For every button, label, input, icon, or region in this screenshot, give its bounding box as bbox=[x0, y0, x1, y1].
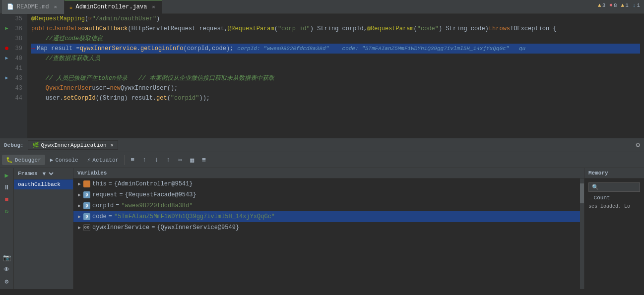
left-toolbar: ▶ ⏸ ■ ↻ 📷 👁 ⚙ bbox=[0, 168, 14, 289]
var-code[interactable]: ▶ p code = "5TmFAIanZ5MmF1WDYh1Q39gg7ivl… bbox=[73, 211, 580, 222]
left-btn-rerun[interactable]: ↻ bbox=[1, 206, 12, 217]
memory-content: 🔍 … Count ses loaded. Lo bbox=[584, 178, 644, 289]
tab-admincontroller-label: AdminController.java bbox=[75, 3, 147, 10]
ln-44: 44 bbox=[4, 93, 23, 103]
tab-admincontroller-close[interactable]: ✕ bbox=[150, 3, 157, 10]
toolbar-btn-step-out[interactable]: ↑ bbox=[163, 155, 174, 166]
var-this[interactable]: ▶ this = {AdminController@9541} bbox=[73, 178, 580, 189]
frames-title: Frames bbox=[18, 171, 38, 177]
console-label: Console bbox=[55, 157, 78, 163]
left-btn-camera[interactable]: 📷 bbox=[1, 252, 12, 263]
var-service-expand[interactable]: ▶ bbox=[75, 224, 83, 232]
error-icon: ✖ bbox=[609, 2, 613, 8]
toolbar-btn-more[interactable]: ≣ bbox=[198, 155, 209, 166]
java-icon: ☕ bbox=[69, 4, 73, 10]
debug-toolbar: 🐛 Debugger ▶ Console ⚡ Actuator ≡ ↑ ↑ ↑ … bbox=[0, 152, 644, 168]
ln-39: ● 39 bbox=[4, 44, 23, 54]
code-line-36: public JsonData oauthCallback(HttpServle… bbox=[31, 24, 640, 34]
var-request-expand[interactable]: ▶ bbox=[75, 191, 83, 199]
var-corpid-type-icon: p bbox=[83, 202, 90, 209]
toolbar-btn-run-to-cursor[interactable]: ✂ bbox=[175, 155, 186, 166]
toolbar-btn-settings[interactable]: ≡ bbox=[127, 155, 138, 166]
memory-loaded-text: ses loaded. Lo bbox=[588, 204, 640, 209]
warning-num-4: 1 bbox=[637, 2, 640, 8]
variables-title: Variables bbox=[77, 170, 107, 176]
memory-search-icon: 🔍 bbox=[592, 184, 599, 190]
ln-43b: 43 bbox=[4, 83, 23, 93]
warnings-bar: ▲ 3 ✖ 8 ▲ 1 ↓ 1 bbox=[598, 2, 640, 8]
memory-search-input[interactable] bbox=[601, 184, 641, 190]
debug-app-close[interactable]: ✕ bbox=[111, 142, 114, 148]
breakpoint-icon[interactable]: ● bbox=[4, 45, 9, 52]
tab-actuator[interactable]: ⚡ Actuator bbox=[83, 155, 123, 165]
left-btn-stop[interactable]: ■ bbox=[1, 194, 12, 205]
tab-debugger[interactable]: 🐛 Debugger bbox=[2, 155, 45, 165]
line-numbers: 35 ▶ 36 38 ● 39 ▶ 40 41 ▶ 43 43 44 bbox=[0, 14, 27, 138]
memory-header: Memory bbox=[584, 168, 644, 178]
expand-icon-43: ▶ bbox=[4, 75, 9, 82]
debug-app-name: QywxInnerApplication bbox=[41, 142, 107, 148]
warning-count-1: ▲ 3 bbox=[598, 2, 605, 8]
run-icon: ▶ bbox=[4, 25, 9, 32]
left-btn-eye[interactable]: 👁 bbox=[1, 264, 12, 275]
settings-icon[interactable]: ⚙ bbox=[636, 141, 640, 149]
code-line-35: @RequestMapping(☞"/admin/oauthUser") bbox=[31, 14, 640, 24]
code-line-44: user.setCorpId((String) result.get("corp… bbox=[31, 93, 640, 103]
var-request-type-icon: p bbox=[83, 191, 90, 198]
var-code-type-icon: p bbox=[83, 213, 90, 220]
var-service-type-icon: oo bbox=[83, 224, 90, 231]
frame-item-oauthcallback[interactable]: oauthCallback bbox=[14, 179, 73, 189]
frames-content: oauthCallback bbox=[14, 179, 73, 289]
left-btn-resume[interactable]: ▶ bbox=[1, 170, 12, 181]
left-btn-settings2[interactable]: ⚙ bbox=[1, 276, 12, 287]
var-code-expand[interactable]: ▶ bbox=[75, 213, 83, 221]
var-request[interactable]: ▶ p request = {RequestFacade@9543} bbox=[73, 189, 580, 200]
var-this-expand[interactable]: ▶ bbox=[75, 180, 83, 188]
console-icon: ▶ bbox=[50, 157, 54, 163]
spring-icon: 🌿 bbox=[32, 142, 39, 148]
debugger-label: Debugger bbox=[15, 157, 41, 163]
variables-header: Variables bbox=[73, 168, 584, 178]
code-line-38: //通过code获取信息 bbox=[31, 34, 640, 44]
var-corpid[interactable]: ▶ p corpId = "wwea98220fdcd8a38d" bbox=[73, 200, 580, 211]
code-line-43a: // 人员已恢破产生token登录 // 本案例仅从企业微信接口获取未从数据表中… bbox=[31, 73, 640, 83]
debugger-icon: 🐛 bbox=[6, 157, 13, 163]
tab-readme[interactable]: 📄 README.md ✕ bbox=[2, 0, 64, 14]
frames-filter-select[interactable]: ▼ bbox=[40, 170, 55, 177]
memory-search-bar[interactable]: 🔍 bbox=[588, 182, 640, 192]
warning-num-1: 3 bbox=[602, 2, 606, 8]
code-line-40: //查数据库获取人员 bbox=[31, 54, 640, 63]
actuator-label: Actuator bbox=[92, 157, 119, 163]
left-btn-pause[interactable]: ⏸ bbox=[1, 182, 12, 193]
frames-header: Frames ▼ bbox=[14, 168, 73, 179]
toolbar-sep-1 bbox=[125, 155, 125, 165]
debug-panel: Debug: 🌿 QywxInnerApplication ✕ ⚙ 🐛 Debu… bbox=[0, 138, 644, 289]
warning-count-3: ▲ 1 bbox=[621, 2, 629, 8]
toolbar-btn-step-over[interactable]: ↑ bbox=[139, 155, 150, 166]
info-icon: ↓ bbox=[633, 2, 636, 8]
actuator-icon: ⚡ bbox=[87, 157, 91, 163]
variables-scroll-thumb bbox=[580, 183, 584, 203]
frames-panel: Frames ▼ oauthCallback bbox=[14, 168, 73, 289]
toolbar-btn-step-into[interactable]: ↑ bbox=[151, 155, 162, 166]
tab-admincontroller[interactable]: ☕ AdminController.java ✕ bbox=[64, 0, 163, 14]
ln-35: 35 bbox=[4, 14, 23, 24]
debug-app-tab[interactable]: 🌿 QywxInnerApplication ✕ bbox=[28, 140, 118, 150]
expand-icon-40: ▶ bbox=[4, 55, 9, 62]
code-line-43b: QywxInnerUser user = new QywxInnerUser()… bbox=[31, 83, 640, 93]
tab-readme-close[interactable]: ✕ bbox=[52, 3, 59, 10]
code-editor: 35 ▶ 36 38 ● 39 ▶ 40 41 ▶ 43 43 44 bbox=[0, 14, 644, 138]
debug-arrow: → bbox=[31, 44, 35, 54]
tab-console[interactable]: ▶ Console bbox=[46, 155, 82, 165]
debug-label: Debug: bbox=[4, 142, 24, 148]
memory-count-label: Count bbox=[594, 195, 610, 201]
var-qywxinnerservice[interactable]: ▶ oo qywxInnerService = {QywxInnerServic… bbox=[73, 222, 580, 233]
toolbar-btn-evaluate[interactable]: ▦ bbox=[187, 155, 197, 166]
code-line-41 bbox=[31, 63, 640, 73]
variables-scrollbar[interactable] bbox=[580, 178, 584, 289]
warning-count-2: ✖ 8 bbox=[609, 2, 617, 8]
var-corpid-expand[interactable]: ▶ bbox=[75, 202, 83, 210]
tab-bar: 📄 README.md ✕ ☕ AdminController.java ✕ ▲… bbox=[0, 0, 644, 14]
ln-36: ▶ 36 bbox=[4, 24, 23, 34]
debug-title-bar: Debug: 🌿 QywxInnerApplication ✕ ⚙ bbox=[0, 138, 644, 152]
